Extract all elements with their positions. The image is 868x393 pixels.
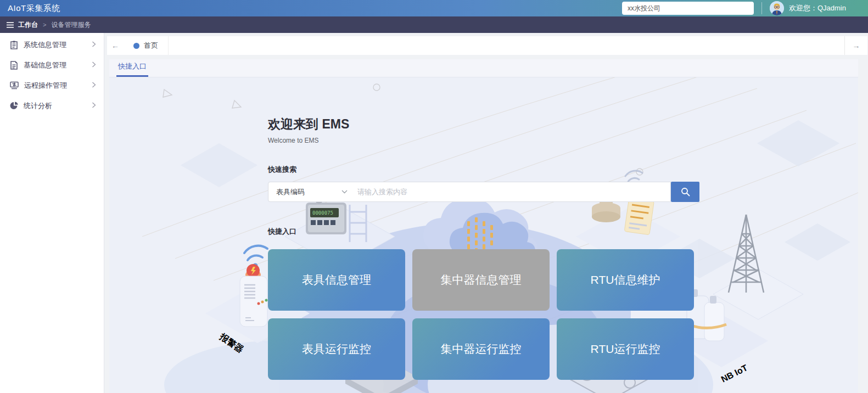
document-icon bbox=[10, 61, 18, 70]
sidebar-item-label: 远程操作管理 bbox=[24, 81, 67, 91]
avatar-image bbox=[770, 1, 784, 15]
breadcrumb-current: 设备管理服务 bbox=[51, 20, 91, 30]
breadcrumb: 工作台 > 设备管理服务 bbox=[0, 16, 868, 33]
avatar[interactable] bbox=[770, 1, 784, 15]
search-box[interactable]: 表具编码 请输入搜索内容 bbox=[268, 182, 671, 202]
quick-entry-label: 快捷入口 bbox=[268, 227, 603, 237]
tab-quick-entry[interactable]: 快捷入口 bbox=[116, 61, 148, 77]
quick-search-bar: 表具编码 请输入搜索内容 bbox=[268, 182, 699, 202]
search-icon bbox=[681, 187, 690, 196]
clipboard-icon bbox=[10, 41, 18, 49]
panel-body: 0000075 bbox=[109, 77, 858, 393]
header-divider bbox=[761, 2, 762, 14]
tab-home-label: 首页 bbox=[144, 41, 158, 50]
sidebar-item-label: 基础信息管理 bbox=[24, 60, 66, 70]
entry-button-meter-monitor[interactable]: 表具运行监控 bbox=[268, 318, 405, 380]
chevron-right-icon bbox=[92, 102, 96, 110]
pie-chart-icon bbox=[10, 102, 18, 110]
sidebar-item-statistics[interactable]: 统计分析 bbox=[0, 96, 104, 116]
nbiot-label: NB IoT bbox=[720, 363, 749, 384]
chevron-down-icon bbox=[341, 190, 348, 194]
tab-strip: ← 首页 → bbox=[107, 36, 867, 55]
app-title: AIoT采集系统 bbox=[8, 3, 60, 14]
entry-button-concentrator-monitor[interactable]: 集中器运行监控 bbox=[412, 318, 550, 380]
tabs-forward-arrow-icon[interactable]: → bbox=[844, 36, 867, 55]
chevron-right-icon bbox=[92, 41, 96, 49]
sidebar-item-system-info[interactable]: 系统信息管理 bbox=[0, 35, 104, 55]
search-type-select[interactable]: 表具编码 bbox=[276, 187, 348, 197]
remote-transfer-icon bbox=[10, 81, 19, 89]
app-header: AIoT采集系统 欢迎您：QJadmin bbox=[0, 0, 868, 16]
entry-button-concentrator-info[interactable]: 集中器信息管理 bbox=[412, 249, 550, 311]
sidebar-item-label: 系统信息管理 bbox=[24, 40, 66, 50]
menu-icon[interactable] bbox=[7, 22, 14, 28]
welcome-subtitle: Welcome to EMS bbox=[268, 137, 603, 144]
search-button[interactable] bbox=[671, 182, 699, 202]
sidebar-item-remote-ops[interactable]: 远程操作管理 bbox=[0, 75, 104, 96]
search-input-placeholder[interactable]: 请输入搜索内容 bbox=[357, 187, 407, 197]
search-type-value: 表具编码 bbox=[276, 187, 305, 197]
chevron-right-icon bbox=[92, 61, 96, 69]
tabs-back-arrow-icon[interactable]: ← bbox=[107, 36, 124, 55]
sidebar-item-label: 统计分析 bbox=[24, 101, 52, 111]
quick-entry-grid: 表具信息管理 集中器信息管理 RTU信息维护 表具运行监控 集中器运行监控 RT… bbox=[268, 249, 603, 380]
main-area: ← 首页 → 快捷入口 bbox=[104, 33, 868, 393]
panel-tab-bar: 快捷入口 bbox=[109, 59, 858, 77]
entry-button-rtu-info[interactable]: RTU信息维护 bbox=[557, 249, 694, 311]
quick-search-label: 快速搜索 bbox=[268, 165, 603, 175]
chevron-right-icon bbox=[92, 81, 96, 89]
tab-active-dot bbox=[133, 43, 139, 49]
sidebar-item-basic-info[interactable]: 基础信息管理 bbox=[0, 55, 104, 75]
content-panel: 快捷入口 bbox=[109, 59, 858, 393]
tabstrip-spacer bbox=[169, 36, 844, 55]
org-search-input[interactable] bbox=[622, 2, 754, 15]
tab-home[interactable]: 首页 bbox=[124, 36, 169, 55]
welcome-title: 欢迎来到 EMS bbox=[268, 116, 603, 133]
welcome-section: 欢迎来到 EMS Welcome to EMS 快速搜索 表具编码 请输入搜索内… bbox=[109, 77, 603, 380]
breadcrumb-separator: > bbox=[43, 21, 46, 28]
breadcrumb-root[interactable]: 工作台 bbox=[18, 20, 38, 30]
entry-button-meter-info[interactable]: 表具信息管理 bbox=[268, 249, 405, 311]
welcome-user-text: 欢迎您：QJadmin bbox=[789, 3, 846, 13]
sidebar: 系统信息管理 基础信息管理 bbox=[0, 33, 104, 393]
entry-button-rtu-monitor[interactable]: RTU运行监控 bbox=[557, 318, 694, 380]
